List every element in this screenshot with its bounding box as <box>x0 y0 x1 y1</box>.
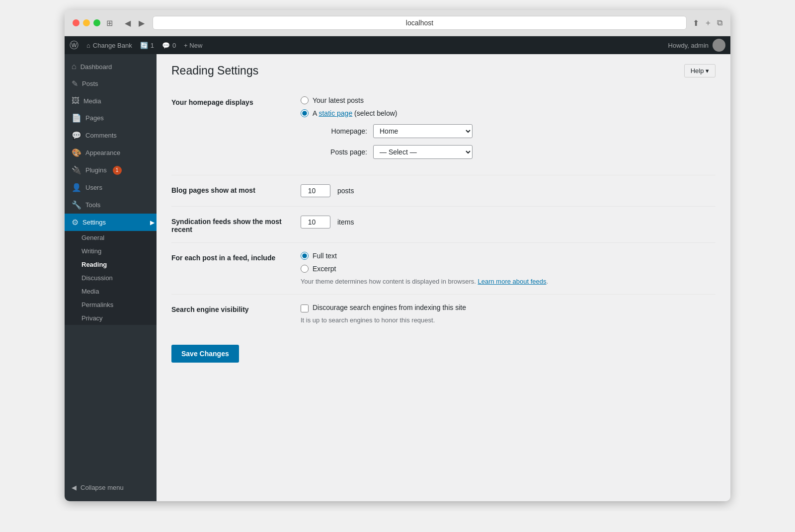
collapse-menu-button[interactable]: ◀ Collapse menu <box>65 479 157 496</box>
sidebar-item-dashboard[interactable]: ⌂ Dashboard <box>65 58 157 75</box>
search-engine-checkbox-label: Discourage search engines from indexing … <box>313 304 466 311</box>
feed-full-text-option: Full text <box>301 252 716 260</box>
browser-window: ⊞ ◀ ▶ localhost ⬆ ＋ ⧉ ⓦ ⌂ Change Bank 🔄 … <box>65 10 730 501</box>
search-engine-note: It is up to search engines to honor this… <box>301 316 716 324</box>
sidebar-menu: ⌂ Dashboard ✎ Posts 🖼 Media 📄 Pages <box>65 54 157 325</box>
radio-static-option: A static page (select below) <box>301 109 716 117</box>
posts-page-row: Posts page: — Select — Blog News <box>313 145 716 159</box>
radio-latest-option: Your latest posts <box>301 96 716 104</box>
blog-pages-suffix: posts <box>337 187 354 195</box>
posts-icon: ✎ <box>72 79 78 88</box>
blog-pages-input[interactable] <box>301 184 330 197</box>
sidebar-item-posts[interactable]: ✎ Posts <box>65 75 157 92</box>
minimize-window-button[interactable] <box>83 19 90 26</box>
home-icon: ⌂ <box>86 42 90 49</box>
feed-note: Your theme determines how content is dis… <box>301 278 716 285</box>
blog-pages-label: Blog pages show at most <box>171 184 301 194</box>
collapse-icon: ◀ <box>72 484 77 491</box>
collapse-label: Collapse menu <box>80 484 124 491</box>
feed-section: For each post in a feed, include Full te… <box>171 243 716 295</box>
tools-icon: 🔧 <box>72 200 81 210</box>
admin-bar-left: ⓦ ⌂ Change Bank 🔄 1 💬 0 + New <box>70 39 668 51</box>
submenu-item-reading[interactable]: Reading <box>65 258 157 271</box>
posts-page-select[interactable]: — Select — Blog News <box>373 145 473 159</box>
plugins-badge: 1 <box>113 166 122 175</box>
syndication-suffix: items <box>337 218 354 226</box>
sidebar-item-settings[interactable]: ⚙ Settings ▶ <box>65 214 157 231</box>
admin-bar-updates[interactable]: 🔄 1 <box>140 42 154 49</box>
sidebar-item-label: Comments <box>85 132 117 139</box>
homepage-select[interactable]: Home About Contact Blog <box>373 124 473 138</box>
admin-bar-right: Howdy, admin <box>668 39 725 52</box>
help-button[interactable]: Help ▾ <box>684 64 716 77</box>
search-engine-checkbox-option: Discourage search engines from indexing … <box>301 304 716 312</box>
close-window-button[interactable] <box>73 19 80 26</box>
comments-icon: 💬 <box>72 131 81 140</box>
wp-logo-icon[interactable]: ⓦ <box>70 39 79 51</box>
search-engine-checkbox[interactable] <box>301 304 309 312</box>
radio-static-label: A static page (select below) <box>313 109 397 117</box>
main-content: Reading Settings Help ▾ Your homepage di… <box>157 54 730 501</box>
updates-icon: 🔄 <box>140 42 148 49</box>
submenu-item-discussion[interactable]: Discussion <box>65 271 157 285</box>
submenu-item-privacy[interactable]: Privacy <box>65 311 157 325</box>
settings-arrow-icon: ▶ <box>150 219 155 226</box>
homepage-row: Homepage: Home About Contact Blog <box>313 124 716 138</box>
sidebar-item-label: Media <box>83 97 101 105</box>
radio-excerpt[interactable] <box>301 265 309 273</box>
radio-latest-posts[interactable] <box>301 96 309 104</box>
save-changes-button[interactable]: Save Changes <box>171 345 239 363</box>
sidebar-item-label: Dashboard <box>80 63 112 71</box>
sidebar-item-media[interactable]: 🖼 Media <box>65 92 157 109</box>
admin-bar-comments[interactable]: 💬 0 <box>162 42 176 49</box>
sidebar-item-label: Appearance <box>85 149 120 156</box>
address-bar[interactable]: localhost <box>153 16 687 30</box>
search-engine-section: Search engine visibility Discourage sear… <box>171 295 716 333</box>
page-title: Reading Settings <box>171 64 258 77</box>
sidebar-item-comments[interactable]: 💬 Comments <box>65 127 157 144</box>
homepage-control: Your latest posts A static page (select … <box>301 96 716 166</box>
learn-more-link[interactable]: Learn more about feeds <box>478 278 547 285</box>
admin-bar-new[interactable]: + New <box>184 42 202 49</box>
sidebar-item-pages[interactable]: 📄 Pages <box>65 109 157 127</box>
sidebar-item-plugins[interactable]: 🔌 Plugins 1 <box>65 161 157 179</box>
syndication-control: items <box>301 216 716 228</box>
dashboard-icon: ⌂ <box>72 62 77 71</box>
homepage-section: Your homepage displays Your latest posts… <box>171 87 716 175</box>
homepage-field-label: Homepage: <box>313 127 367 135</box>
radio-static-page[interactable] <box>301 109 309 117</box>
admin-bar-site-name[interactable]: ⌂ Change Bank <box>86 42 132 49</box>
share-button[interactable]: ⬆ <box>693 18 699 28</box>
sidebar-toggle-button[interactable]: ⊞ <box>106 18 113 28</box>
sidebar-item-appearance[interactable]: 🎨 Appearance <box>65 144 157 161</box>
sidebar-item-label: Posts <box>82 80 98 87</box>
sidebar-wrapper: ⌂ Dashboard ✎ Posts 🖼 Media 📄 Pages <box>65 54 157 501</box>
forward-button[interactable]: ▶ <box>137 17 147 29</box>
sidebar-item-users[interactable]: 👤 Users <box>65 179 157 196</box>
sub-settings: Homepage: Home About Contact Blog Posts … <box>301 124 716 159</box>
new-tab-button[interactable]: ＋ <box>704 18 712 28</box>
static-page-link[interactable]: static page <box>318 109 352 117</box>
excerpt-label: Excerpt <box>313 265 336 273</box>
search-engine-control: Discourage search engines from indexing … <box>301 304 716 324</box>
submenu-item-permalinks[interactable]: Permalinks <box>65 298 157 311</box>
homepage-label: Your homepage displays <box>171 96 301 106</box>
radio-full-text[interactable] <box>301 252 309 260</box>
avatar <box>713 39 725 52</box>
posts-page-field-label: Posts page: <box>313 148 367 156</box>
sidebar-item-tools[interactable]: 🔧 Tools <box>65 196 157 214</box>
back-button[interactable]: ◀ <box>123 17 133 29</box>
traffic-lights <box>73 19 100 26</box>
submenu-item-general[interactable]: General <box>65 231 157 244</box>
form-actions: Save Changes <box>171 333 716 363</box>
submenu-item-media-settings[interactable]: Media <box>65 285 157 298</box>
sidebar-item-label: Settings <box>82 219 106 226</box>
maximize-window-button[interactable] <box>93 19 100 26</box>
browser-toolbar: ⊞ ◀ ▶ localhost ⬆ ＋ ⧉ <box>65 10 730 36</box>
submenu-item-writing[interactable]: Writing <box>65 244 157 258</box>
syndication-label: Syndication feeds show the most recent <box>171 216 301 233</box>
tabs-button[interactable]: ⧉ <box>717 18 722 28</box>
syndication-input[interactable] <box>301 216 330 228</box>
app-container: ⌂ Dashboard ✎ Posts 🖼 Media 📄 Pages <box>65 54 730 501</box>
media-icon: 🖼 <box>72 96 80 105</box>
